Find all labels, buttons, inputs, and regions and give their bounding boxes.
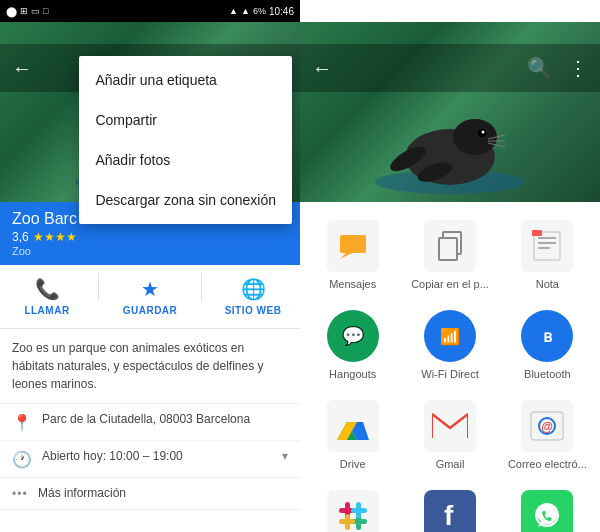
wifi-direct-label: Wi-Fi Direct [421, 368, 478, 380]
dropdown-menu: Añadir una etiqueta Compartir Añadir fot… [79, 56, 292, 224]
hours-icon: 🕐 [12, 450, 32, 469]
status-bar-left: ⬤ ⊞ ▭ □ ▲ ▲ 6% 10:46 [0, 0, 300, 22]
save-button[interactable]: ★ GUARDAR [103, 273, 197, 320]
wifi-status-icon: ▲ [229, 6, 238, 16]
save-label: GUARDAR [123, 305, 178, 316]
hours-row[interactable]: 🕐 Abierto hoy: 10:00 – 19:00 ▾ [0, 441, 300, 478]
rating-row: 3,6 ★★★★ [12, 230, 288, 244]
share-copiar[interactable]: Copiar en el p... [405, 214, 494, 296]
share-grid: Mensajes Copiar en el p... Nota 💬 Hangou… [300, 202, 600, 532]
call-button[interactable]: 📞 LLAMAR [0, 273, 94, 320]
share-bluetooth[interactable]: ʙ Bluetooth [503, 304, 592, 386]
back-button[interactable]: ← [8, 53, 36, 84]
call-icon: 📞 [35, 277, 60, 301]
menu-item-download-offline[interactable]: Descargar zona sin conexión [79, 180, 292, 220]
divider-2 [201, 273, 202, 301]
svg-text:f: f [444, 500, 454, 531]
menu-item-share[interactable]: Compartir [79, 100, 292, 140]
more-info-row[interactable]: ••• Más información [0, 478, 300, 510]
status-bar-right-section: ▲ ▲ 6% 10:46 [229, 6, 294, 17]
right-hero-image: ← 🔍 ⋮ [300, 22, 600, 202]
facebook-icon: f [424, 490, 476, 532]
svg-rect-24 [534, 232, 560, 260]
status-bar-left-section: ⬤ ⊞ ▭ □ [6, 6, 48, 17]
left-panel: ⬤ ⊞ ▭ □ ▲ ▲ 6% 10:46 ← 🔍 ⋮ [0, 0, 300, 532]
nota-label: Nota [536, 278, 559, 290]
copiar-label: Copiar en el p... [411, 278, 489, 290]
hours-text: Abierto hoy: 10:00 – 19:00 [42, 449, 183, 463]
share-whatsapp[interactable]: WhatsApp [503, 484, 592, 532]
address-icon: 📍 [12, 413, 32, 432]
website-button[interactable]: 🌐 SITIO WEB [206, 273, 300, 320]
gmail-icon [424, 400, 476, 452]
svg-point-14 [482, 131, 485, 134]
screenshot-icon: □ [43, 6, 48, 16]
gmail-label: Gmail [436, 458, 465, 470]
rating-value: 3,6 [12, 230, 29, 244]
place-category: Zoo [12, 245, 288, 257]
expand-hours-icon[interactable]: ▾ [282, 449, 288, 463]
copiar-icon [424, 220, 476, 272]
divider-1 [98, 273, 99, 301]
website-label: SITIO WEB [225, 305, 282, 316]
bluetooth-icon: ʙ [521, 310, 573, 362]
slack-icon [327, 490, 379, 532]
svg-rect-50 [345, 514, 350, 530]
website-icon: 🌐 [241, 277, 266, 301]
share-wifi-direct[interactable]: 📶 Wi-Fi Direct [405, 304, 494, 386]
share-drive[interactable]: Drive [308, 394, 397, 476]
svg-rect-28 [532, 230, 542, 236]
time-display: 10:46 [269, 6, 294, 17]
correo-label: Correo electró... [508, 458, 587, 470]
hangouts-label: Hangouts [329, 368, 376, 380]
address-text: Parc de la Ciutadella, 08003 Barcelona [42, 412, 250, 426]
signal-icon: ▲ [241, 6, 250, 16]
menu-item-add-photos[interactable]: Añadir fotos [79, 140, 292, 180]
mensajes-label: Mensajes [329, 278, 376, 290]
right-search-button[interactable]: 🔍 [523, 52, 556, 84]
place-description: Zoo es un parque con animales exóticos e… [0, 329, 300, 404]
cast-icon: ▭ [31, 6, 40, 16]
share-correo[interactable]: @ Correo electró... [503, 394, 592, 476]
bluetooth-label: Bluetooth [524, 368, 570, 380]
more-info-text: Más información [38, 486, 126, 500]
svg-rect-20 [340, 235, 366, 253]
svg-point-12 [453, 119, 497, 155]
share-gmail[interactable]: Gmail [405, 394, 494, 476]
svg-rect-23 [439, 238, 457, 260]
share-facebook[interactable]: f Facebook [405, 484, 494, 532]
action-buttons-row: 📞 LLAMAR ★ GUARDAR 🌐 SITIO WEB [0, 265, 300, 329]
share-mensajes[interactable]: Mensajes [308, 214, 397, 296]
menu-item-add-label[interactable]: Añadir una etiqueta [79, 60, 292, 100]
call-label: LLAMAR [24, 305, 69, 316]
share-nota[interactable]: Nota [503, 214, 592, 296]
address-row: 📍 Parc de la Ciutadella, 08003 Barcelona [0, 404, 300, 441]
svg-text:💬: 💬 [342, 325, 365, 347]
drive-label: Drive [340, 458, 366, 470]
sim-icon: ⊞ [20, 6, 28, 16]
mensajes-icon [327, 220, 379, 272]
more-icon: ••• [12, 487, 28, 501]
rating-stars: ★★★★ [33, 230, 77, 244]
svg-text:ʙ: ʙ [543, 328, 553, 345]
share-slack[interactable]: Slack [308, 484, 397, 532]
svg-text:@: @ [541, 420, 553, 434]
battery-text: 6% [253, 6, 266, 16]
save-icon: ★ [141, 277, 159, 301]
hangouts-icon: 💬 [327, 310, 379, 362]
right-panel: 📍 ⊞ ▭ □ ▲ ▲ 6% 10:46 ← 🔍 ⋮ [300, 0, 600, 532]
seal-illustration-right [370, 87, 530, 197]
correo-icon: @ [521, 400, 573, 452]
drive-icon [327, 400, 379, 452]
right-top-bar: ← 🔍 ⋮ [300, 44, 600, 92]
right-more-button[interactable]: ⋮ [564, 52, 592, 84]
share-hangouts[interactable]: 💬 Hangouts [308, 304, 397, 386]
whatsapp-icon [521, 490, 573, 532]
svg-text:📶: 📶 [440, 327, 460, 346]
svg-marker-21 [340, 253, 352, 259]
right-back-button[interactable]: ← [308, 53, 336, 84]
wifi-direct-icon: 📶 [424, 310, 476, 362]
svg-rect-52 [356, 502, 361, 518]
notification-icon: ⬤ [6, 6, 17, 17]
nota-icon [521, 220, 573, 272]
